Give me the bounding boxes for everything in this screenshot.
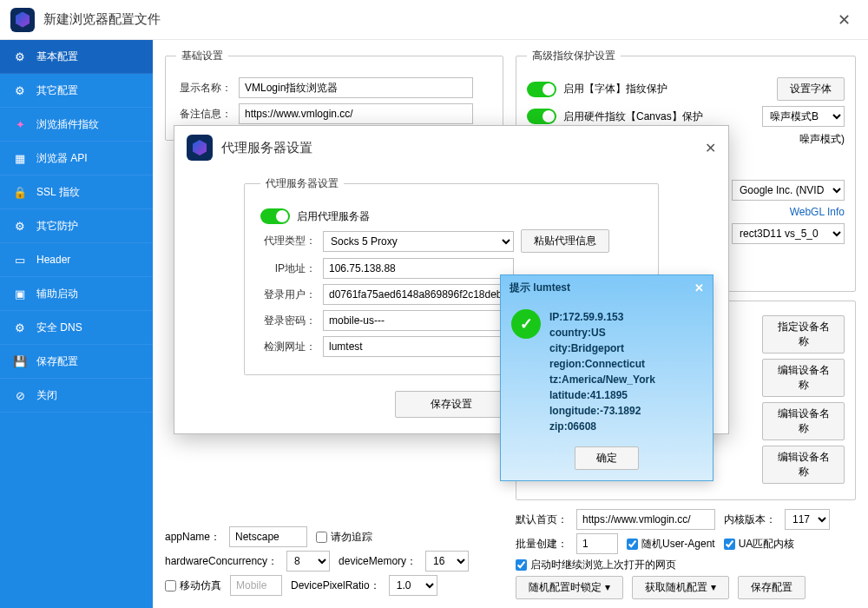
sidebar-item-api[interactable]: ▦浏览器 API xyxy=(0,142,153,175)
remark-input[interactable] xyxy=(239,103,473,124)
dpr-select[interactable]: 1.0 xyxy=(389,575,437,596)
mobile-checkbox[interactable]: 移动仿真 xyxy=(165,578,221,593)
save-proxy-button[interactable]: 保存设置 xyxy=(395,391,508,418)
plugin-icon: ✦ xyxy=(12,116,28,132)
sidebar-item-cmd[interactable]: ▣辅助启动 xyxy=(0,277,153,311)
close-icon[interactable]: ✕ xyxy=(831,7,858,33)
shield-icon: ⚙ xyxy=(12,218,28,234)
random-ua-checkbox[interactable]: 随机User-Agent xyxy=(627,537,715,552)
gear-icon: ⚙ xyxy=(12,83,28,98)
sidebar-item-header[interactable]: ▭Header xyxy=(0,243,153,277)
webgl-info-link[interactable]: WebGL Info xyxy=(790,206,845,218)
window-title: 新建浏览器配置文件 xyxy=(43,11,831,28)
chevron-down-icon: ▾ xyxy=(711,581,716,593)
mobile-input xyxy=(230,575,282,596)
sidebar-item-plugin[interactable]: ✦浏览插件指纹 xyxy=(0,108,153,142)
resume-checkbox[interactable]: 启动时继续浏览上次打开的网页 xyxy=(516,558,676,572)
sidebar-item-dns[interactable]: ⚙安全 DNS xyxy=(0,311,153,345)
header-icon: ▭ xyxy=(12,252,28,268)
app-logo xyxy=(10,8,35,32)
proxy-ip-input[interactable] xyxy=(323,258,514,279)
edit-device-button-1[interactable]: 编辑设备名称 xyxy=(762,359,845,397)
vendor-select[interactable]: Google Inc. (NVID xyxy=(732,180,845,201)
get-random-button[interactable]: 获取随机配置▾ xyxy=(632,576,729,599)
lock-icon: 🔒 xyxy=(12,184,28,200)
save-config-button[interactable]: 保存配置 xyxy=(738,576,806,599)
display-name-input[interactable] xyxy=(239,77,473,98)
kernel-select[interactable]: 117 xyxy=(785,509,830,530)
random-lock-button[interactable]: 随机配置时锁定▾ xyxy=(516,576,623,599)
app-logo xyxy=(187,135,213,161)
lumtest-info: IP:172.59.9.153 country:US city:Bridgepo… xyxy=(549,309,655,434)
proxy-user-input[interactable] xyxy=(323,284,514,305)
sidebar-item-protect[interactable]: ⚙其它防护 xyxy=(0,209,153,243)
homepage-input[interactable] xyxy=(576,509,715,530)
sidebar-item-basic[interactable]: ⚙基本配置 xyxy=(0,40,153,74)
ua-kernel-checkbox[interactable]: UA匹配内核 xyxy=(724,537,795,552)
sidebar: ⚙基本配置 ⚙其它配置 ✦浏览插件指纹 ▦浏览器 API 🔒SSL 指纹 ⚙其它… xyxy=(0,40,153,608)
proxy-test-input[interactable] xyxy=(323,336,514,357)
sidebar-item-other[interactable]: ⚙其它配置 xyxy=(0,74,153,108)
close-icon[interactable]: ✕ xyxy=(694,281,704,294)
font-toggle[interactable] xyxy=(527,82,556,97)
close-icon: ⊘ xyxy=(12,387,28,403)
proxy-pass-input[interactable] xyxy=(323,310,514,331)
sidebar-item-ssl[interactable]: 🔒SSL 指纹 xyxy=(0,175,153,209)
sidebar-item-save[interactable]: 💾保存配置 xyxy=(0,345,153,379)
enable-proxy-toggle[interactable] xyxy=(260,208,290,224)
d3d-select[interactable]: rect3D11 vs_5_0 xyxy=(732,223,845,244)
dnt-checkbox[interactable]: 请勿追踪 xyxy=(316,530,372,545)
dns-icon: ⚙ xyxy=(12,320,28,335)
device-name-button[interactable]: 指定设备名称 xyxy=(762,315,845,354)
paste-proxy-button[interactable]: 粘贴代理信息 xyxy=(521,229,609,253)
edit-device-button-3[interactable]: 编辑设备名称 xyxy=(762,446,845,484)
lumtest-popup: 提示 lumtest ✕ ✓ IP:172.59.9.153 country:U… xyxy=(500,274,713,481)
api-icon: ▦ xyxy=(12,150,28,166)
edit-device-button-2[interactable]: 编辑设备名称 xyxy=(762,402,845,440)
appname-input[interactable] xyxy=(229,526,307,547)
ok-button[interactable]: 确定 xyxy=(575,446,639,470)
canvas-toggle[interactable] xyxy=(527,109,556,124)
canvas-mode-select[interactable]: 噪声模式B xyxy=(762,106,845,127)
save-icon: 💾 xyxy=(12,354,28,369)
batch-input[interactable] xyxy=(576,533,618,554)
mem-select[interactable]: 16 xyxy=(425,551,469,572)
cmd-icon: ▣ xyxy=(12,286,28,301)
font-settings-button[interactable]: 设置字体 xyxy=(777,77,845,101)
close-icon[interactable]: ✕ xyxy=(705,140,716,156)
sidebar-item-close[interactable]: ⊘关闭 xyxy=(0,379,153,413)
success-icon: ✓ xyxy=(511,309,541,339)
gear-icon: ⚙ xyxy=(12,49,28,64)
hw-select[interactable]: 8 xyxy=(286,551,330,572)
chevron-down-icon: ▾ xyxy=(605,581,610,593)
proxy-type-select[interactable]: Socks 5 Proxy xyxy=(323,231,514,252)
